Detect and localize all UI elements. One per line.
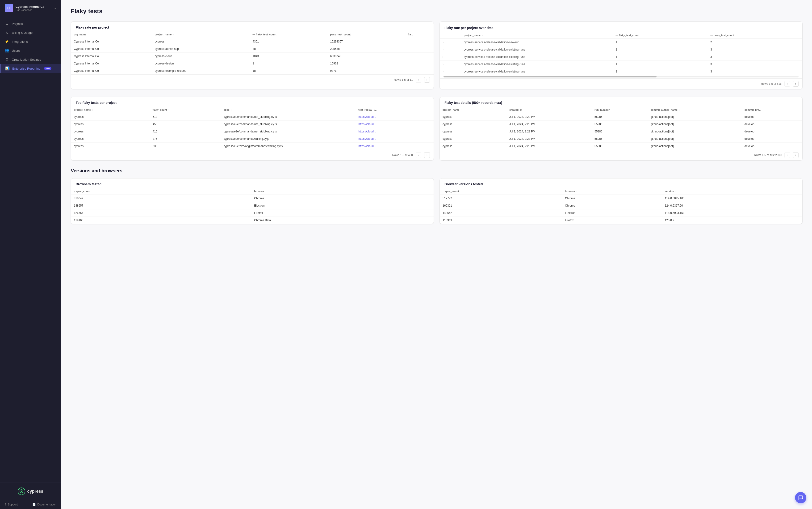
replay-link[interactable]: https://cloud...	[358, 115, 376, 118]
col-flaky-count[interactable]: flaky_count ↑	[150, 106, 221, 113]
col-version[interactable]: version ↑	[662, 188, 802, 195]
col-commit-branch[interactable]: commit_bra...	[742, 106, 802, 113]
col-flaky-count[interactable]: — flaky_test_count	[613, 32, 708, 39]
table-cell: 3	[707, 68, 802, 75]
col-org-name[interactable]: org_name ↑	[71, 31, 152, 38]
col-project-name[interactable]: project_name ↑	[152, 31, 250, 38]
col-pass-count[interactable]: pass_test_count —	[327, 31, 405, 38]
card-header: Browsers tested	[71, 178, 434, 188]
table-cell: 119166	[71, 217, 251, 224]
prev-page-button[interactable]: ‹	[784, 152, 790, 158]
table-cell: 205538	[327, 45, 405, 53]
table-cell: github-actions[bot]	[648, 113, 742, 121]
col-fla[interactable]: fla...	[405, 31, 434, 38]
table-cell: github-actions[bot]	[648, 121, 742, 128]
expand-icon[interactable]: ›	[443, 55, 444, 59]
prev-page-button[interactable]: ‹	[784, 81, 790, 87]
support-link[interactable]: ? Support	[5, 503, 18, 506]
sidebar-item-label: Integrations	[12, 40, 28, 43]
documentation-link[interactable]: 📄 Documentation	[32, 503, 57, 506]
table-cell: cypress/e2e/e2e/origin/commands/waiting.…	[221, 143, 356, 150]
col-spec-count[interactable]: ↑ spec_count	[440, 188, 562, 195]
table-row: cypressJul 1, 2024, 2:28 PM55986github-a…	[440, 128, 802, 135]
col-spec-count[interactable]: ↑ spec_count	[71, 188, 251, 195]
table-row: 118369Firefox125.0.2	[440, 217, 802, 224]
table-cell: 6630743	[327, 53, 405, 60]
replay-link[interactable]: https://cloud...	[358, 137, 376, 140]
col-browser[interactable]: browser ↑	[562, 188, 662, 195]
info-icon[interactable]: ⋮	[788, 26, 792, 30]
sidebar-item-projects[interactable]: 🗂 Projects	[0, 19, 61, 28]
sidebar-item-users[interactable]: 👥 Users	[0, 46, 61, 55]
table-row: cypressJul 1, 2024, 2:28 PM55986github-a…	[440, 121, 802, 128]
table-cell: 3	[707, 46, 802, 53]
flaky-test-details-card: Flaky test details (500k records max) pr…	[440, 97, 803, 161]
table-cell: 55986	[592, 121, 648, 128]
expand-icon[interactable]: ›	[443, 63, 444, 66]
browser-versions-table: ↑ spec_count browser ↑ version ↑ 517772C…	[440, 188, 802, 224]
col-spec[interactable]: spec ↑	[221, 106, 356, 113]
prev-page-button[interactable]: ‹	[416, 152, 421, 158]
table-cell: cypress	[440, 121, 507, 128]
table-footer: Rows 1-5 of 11 ‹ ›	[71, 74, 434, 85]
table-cell: 415	[150, 128, 221, 135]
table-cell: develop	[742, 128, 802, 135]
table-cell: cypress/e2e/commands/net_stubbing.cy.ts	[221, 121, 356, 128]
table-cell: 160321	[440, 202, 562, 209]
table-cell	[405, 67, 434, 75]
expand-icon[interactable]: ›	[443, 48, 444, 51]
table-cell: github-actions[bot]	[648, 128, 742, 135]
sidebar-item-label: Enterprise Reporting	[12, 67, 40, 70]
table-row: 160321Chrome124.0.6367.60	[440, 202, 802, 209]
table-row: Cypress Internal Cocypress-example-recip…	[71, 67, 434, 75]
chat-button[interactable]	[795, 492, 806, 503]
card-title: Flaky rate per project over time	[444, 26, 493, 30]
table-row: 818049Chrome	[71, 195, 434, 202]
col-project-name[interactable]: project_name ↑	[71, 106, 150, 113]
col-project-name[interactable]: project_name ↑	[461, 32, 613, 39]
expand-icon[interactable]: ›	[443, 70, 444, 73]
next-page-button[interactable]: ›	[793, 81, 799, 87]
table-row: cypressJul 1, 2024, 2:28 PM55986github-a…	[440, 135, 802, 143]
expand-icon[interactable]: ›	[443, 41, 444, 44]
table-cell: cypress	[71, 135, 150, 143]
table-cell: cypress-design	[152, 60, 250, 67]
next-page-button[interactable]: ›	[424, 152, 430, 158]
col-created-at[interactable]: created_at ↑	[507, 106, 592, 113]
projects-icon: 🗂	[5, 22, 9, 26]
table-cell: 118369	[440, 217, 562, 224]
table-cell: cypress-services-release-validation-exis…	[461, 53, 613, 61]
next-page-button[interactable]: ›	[424, 77, 430, 82]
replay-link[interactable]: https://cloud...	[358, 123, 376, 126]
table-cell: 148642	[440, 209, 562, 217]
table-cell: cypress-example-recipes	[152, 67, 250, 75]
col-pass-count[interactable]: — pass_test_count	[707, 32, 802, 39]
table-cell: cypress	[440, 135, 507, 143]
sidebar-item-billing[interactable]: $ Billing & Usage	[0, 28, 61, 37]
col-commit-author[interactable]: commit_author_name ↑	[648, 106, 742, 113]
flaky-rate-per-project-card: Flaky rate per project org_name ↑ projec…	[71, 22, 434, 89]
replay-link[interactable]: https://cloud...	[358, 130, 376, 133]
next-page-button[interactable]: ›	[793, 152, 799, 158]
more-icon[interactable]: ⋯	[794, 26, 798, 30]
pagination-text: Rows 1-5 of 11	[394, 78, 413, 81]
sidebar-item-enterprise-reporting[interactable]: 📊 Enterprise Reporting New	[0, 64, 61, 73]
sidebar-item-integrations[interactable]: ⚡ Integrations	[0, 37, 61, 46]
sidebar-item-org-settings[interactable]: ⚙ Organization Settings	[0, 55, 61, 64]
col-flaky-count[interactable]: — flaky_test_count	[250, 31, 327, 38]
table-cell: 4301	[250, 38, 327, 45]
table-cell: 55986	[592, 143, 648, 150]
pagination-text: Rows 1-5 of first 2000	[754, 154, 782, 157]
prev-page-button[interactable]: ‹	[416, 77, 421, 82]
scrollbar-thumb[interactable]	[444, 76, 657, 77]
col-run-number[interactable]: run_number	[592, 106, 648, 113]
col-test-replay[interactable]: test_replay_u...	[356, 106, 434, 113]
col-project-name[interactable]: project_name ↑	[440, 106, 507, 113]
col-expand	[440, 32, 461, 39]
table-cell: Jul 1, 2024, 2:28 PM	[507, 143, 592, 150]
table-cell: 275	[150, 135, 221, 143]
chevron-down-icon[interactable]: ⌄	[54, 6, 57, 10]
org-name: Cypress Internal Co	[15, 5, 52, 8]
replay-link[interactable]: https://cloud...	[358, 144, 376, 148]
col-browser[interactable]: browser ↑	[251, 188, 434, 195]
